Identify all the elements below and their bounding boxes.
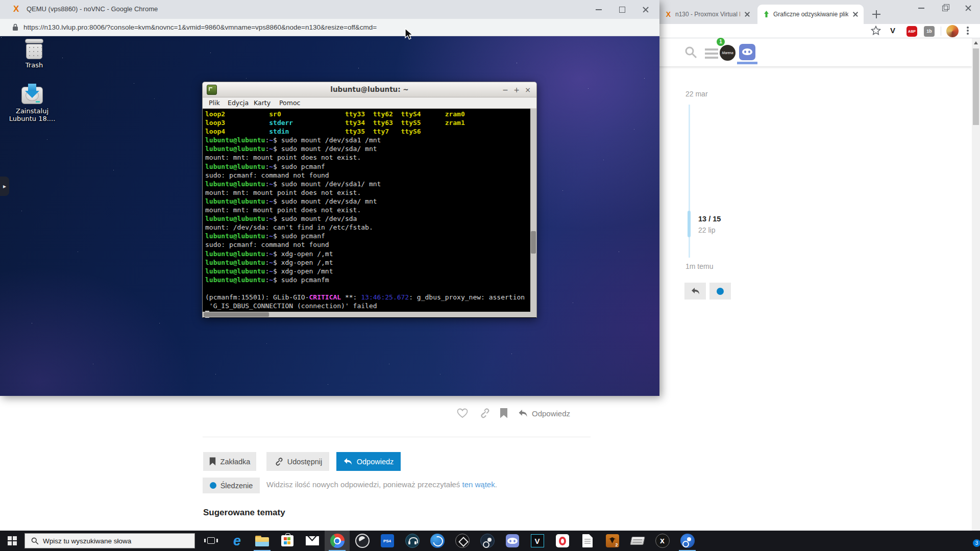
like-heart-icon[interactable] (457, 408, 468, 418)
wallpaper-stars (1, 37, 2, 38)
bookmark-star-icon[interactable] (871, 26, 881, 36)
task-view-button[interactable] (200, 531, 223, 551)
trash-icon (24, 39, 44, 59)
divider (203, 437, 591, 437)
desktop-icon-trash[interactable]: Trash (6, 39, 62, 69)
minimize-button[interactable] (587, 2, 610, 17)
terminal-maximize-button[interactable]: + (512, 85, 521, 94)
user-avatar[interactable]: Marena (720, 45, 736, 61)
search-icon[interactable] (684, 46, 698, 59)
minimize-button[interactable] (910, 0, 933, 15)
page-scrollbar[interactable] (972, 38, 980, 531)
bookmark-button[interactable]: Zakładka (203, 452, 256, 471)
edge-icon[interactable]: e (225, 531, 250, 551)
terminal-line: loop3 stderr tty34 tty63 ttyS5 zram1 (205, 118, 536, 127)
terminal-line: sudo: pcmanf: command not found (205, 171, 536, 180)
scrollbar-thumb[interactable] (531, 231, 536, 254)
search-input[interactable] (43, 537, 186, 545)
terminal-menu-pomoc[interactable]: Pomoc (279, 99, 300, 107)
terminal-close-button[interactable]: × (523, 85, 532, 94)
novnc-panel-handle[interactable]: ▸ (0, 177, 9, 196)
bookmark-icon (209, 457, 216, 466)
tracking-dot-icon (717, 288, 724, 295)
tab-forum-active[interactable]: Graficzne odzyskiwanie plik (757, 5, 864, 24)
terminal-line: mount: mnt: mount point does not exist. (205, 206, 536, 214)
timeline-thumb[interactable] (688, 211, 691, 237)
vegas-icon[interactable]: V (525, 531, 550, 551)
vnc-desktop[interactable]: ▸ TrashZainstaluj Lubuntu 18.... lubuntu… (0, 36, 659, 396)
geforce-experience-icon[interactable] (450, 531, 475, 551)
terminal-horizontal-scrollbar[interactable] (203, 312, 536, 317)
steam-client-icon[interactable] (675, 531, 700, 551)
url-text[interactable]: https://n130.lvlup.pro:8006/?console=kvm… (23, 23, 377, 31)
taskbar-search[interactable] (24, 533, 195, 548)
link-icon[interactable] (478, 408, 489, 419)
close-button[interactable] (957, 0, 980, 15)
adblock-plus-icon[interactable]: ABP (906, 26, 917, 37)
microsoft-store-icon[interactable] (275, 531, 300, 551)
chrome-menu-icon[interactable] (967, 26, 969, 37)
tracking-button[interactable]: Śledzenie (203, 478, 260, 493)
reply-action[interactable]: Odpowiedz (518, 409, 570, 418)
discord-logo-icon (742, 48, 752, 55)
timeline-position: 13 / 15 (698, 215, 721, 223)
file-explorer-icon[interactable] (250, 531, 275, 551)
uplay-icon[interactable] (425, 531, 450, 551)
timeline-tracking-button[interactable] (709, 283, 731, 299)
discord-avatar[interactable] (739, 44, 755, 60)
tab-close-icon[interactable] (743, 10, 751, 18)
extension-v-icon[interactable]: V (890, 26, 895, 35)
toolbar-divider (941, 27, 941, 36)
steam-icon[interactable] (475, 531, 500, 551)
share-button[interactable]: Udostępnij (266, 452, 329, 471)
window-titlebar[interactable]: X QEMU (vps8860) - noVNC - Google Chrome (0, 0, 659, 19)
thread-link[interactable]: ten wątek (462, 480, 495, 489)
button-label: Śledzenie (220, 482, 253, 490)
3d-builder-icon[interactable] (625, 531, 650, 551)
notification-count-badge: 3 (973, 539, 980, 547)
timeline-reply-button[interactable] (684, 283, 706, 299)
xbox-icon[interactable]: x (650, 531, 675, 551)
obs-studio-icon[interactable] (350, 531, 375, 551)
terminal-body[interactable]: loop2 sr0 tty33 tty62 ttyS4 zram0loop3 s… (203, 109, 536, 318)
terminal-minimize-button[interactable]: − (501, 85, 510, 94)
terminal-menu-edycja[interactable]: Edycja (228, 99, 249, 107)
terminal-line: lubuntu@lubuntu:~$ sudo mount /dev/sda1/… (205, 180, 536, 188)
extension-1b-icon[interactable]: 1b (924, 26, 935, 37)
scrollbar-thumb[interactable] (204, 312, 269, 317)
hamburger-menu-icon[interactable] (705, 48, 718, 59)
tab-proxmox[interactable]: X n130 - Proxmox Virtual Env (659, 5, 755, 24)
chrome-icon[interactable] (325, 531, 350, 551)
opera-icon[interactable] (550, 531, 575, 551)
notification-badge[interactable]: 1 (717, 38, 725, 46)
terminal-menu-plik[interactable]: Plik (209, 99, 220, 107)
scrollbar-thumb[interactable] (973, 48, 979, 125)
terminal-titlebar[interactable]: lubuntu@lubuntu: ~ − + × (203, 82, 536, 97)
suggested-topics-heading: Sugerowane tematy (203, 508, 285, 518)
restore-button[interactable] (933, 0, 957, 15)
game-2-icon[interactable]: 2 (600, 531, 625, 551)
reply-button-primary[interactable]: Odpowiedz (336, 452, 401, 471)
window-title: QEMU (vps8860) - noVNC - Google Chrome (27, 5, 158, 13)
mail-icon[interactable] (300, 531, 325, 551)
profile-avatar[interactable] (946, 25, 959, 37)
close-button[interactable] (634, 2, 657, 17)
terminal-menu-karty[interactable]: Karty (254, 99, 271, 107)
terminal-vertical-scrollbar[interactable] (530, 109, 536, 313)
installer-icon (21, 85, 43, 105)
start-button[interactable] (0, 531, 24, 551)
notepad-icon[interactable] (575, 531, 600, 551)
bookmark-icon[interactable] (500, 408, 508, 418)
scrollbar-up-arrow-icon[interactable] (974, 41, 978, 44)
address-bar[interactable]: https://n130.lvlup.pro:8006/?console=kvm… (0, 19, 659, 36)
tab-close-icon[interactable] (851, 10, 860, 18)
discord-icon[interactable] (500, 531, 525, 551)
maximize-button[interactable] (610, 2, 634, 17)
tracking-description: Widzisz ilość nowych odpowiedzi, poniewa… (266, 480, 497, 489)
terminal-window[interactable]: lubuntu@lubuntu: ~ − + × PlikEdycjaKarty… (202, 82, 537, 318)
new-tab-button[interactable] (871, 9, 882, 20)
ps4-remote-play-icon[interactable]: PS4 (375, 531, 400, 551)
desktop-icon-installer[interactable]: Zainstaluj Lubuntu 18.... (4, 85, 60, 122)
novnc-chrome-window: X QEMU (vps8860) - noVNC - Google Chrome… (0, 0, 659, 396)
headset-app-icon[interactable] (400, 531, 425, 551)
